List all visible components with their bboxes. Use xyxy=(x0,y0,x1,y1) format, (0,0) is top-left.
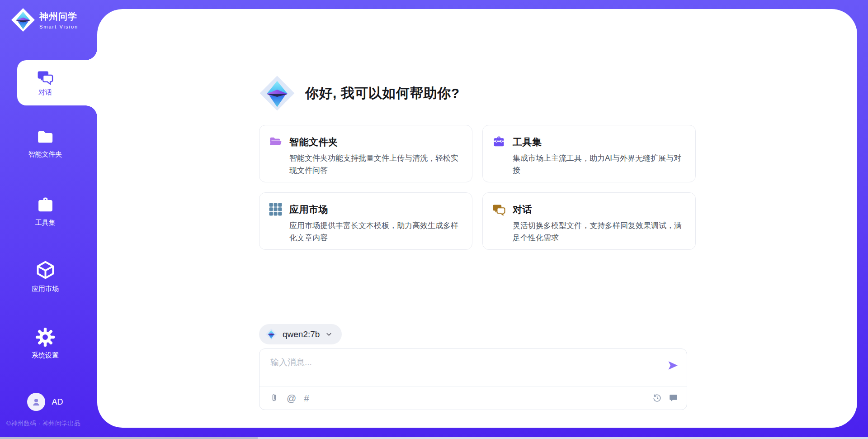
send-icon xyxy=(667,360,679,371)
card-description: 灵活切换多模型文件，支持多样回复效果调试，满足个性化需求 xyxy=(513,220,685,244)
model-name: qwen2:7b xyxy=(283,329,320,339)
card-title: 应用市场 xyxy=(289,203,328,216)
card-description: 集成市场上主流工具，助力AI与外界无缝扩展与对接 xyxy=(513,152,685,177)
sidebar-item-label: 对话 xyxy=(38,88,52,97)
grid-cubes-icon xyxy=(269,203,282,216)
card-title: 智能文件夹 xyxy=(289,136,338,148)
attach-file-button[interactable] xyxy=(269,393,279,403)
gem-logo-small xyxy=(265,328,277,340)
copyright-footer: ©神州数码 · 神州问学出品 xyxy=(6,420,80,428)
user-profile[interactable]: AD xyxy=(0,393,90,411)
history-button[interactable] xyxy=(652,393,662,403)
sidebar-item-label: 智能文件夹 xyxy=(28,150,62,159)
sidebar-item-label: 系统设置 xyxy=(32,351,59,360)
sidebar-item-settings[interactable]: 系统设置 xyxy=(0,327,90,360)
card-chat[interactable]: 对话 灵活切换多模型文件，支持多样回复效果调试，满足个性化需求 xyxy=(482,192,696,250)
brand-subtitle: Smart Vision xyxy=(39,24,78,29)
card-app-market[interactable]: 应用市场 应用市场提供丰富长文本模板，助力高效生成多样化文章内容 xyxy=(259,192,472,250)
card-title: 工具集 xyxy=(513,136,542,148)
cube-icon xyxy=(35,259,56,281)
person-icon xyxy=(31,396,42,407)
briefcase-icon xyxy=(36,196,55,215)
message-input[interactable] xyxy=(270,357,667,382)
history-icon xyxy=(652,393,662,403)
feedback-bubble-icon xyxy=(669,393,678,403)
folder-icon xyxy=(35,128,55,146)
sidebar-item-label: 应用市场 xyxy=(32,285,59,293)
message-composer: @ # xyxy=(259,348,687,410)
gear-icon xyxy=(35,327,55,347)
card-toolkit[interactable]: 工具集 集成市场上主流工具，助力AI与外界无缝扩展与对接 xyxy=(482,125,696,182)
paperclip-icon xyxy=(269,393,279,403)
hashtag-icon: # xyxy=(304,393,309,403)
card-description: 智能文件夹功能支持批量文件上传与清洗，轻松实现文件问答 xyxy=(289,152,462,177)
briefcase-icon xyxy=(492,135,505,148)
hashtag-button[interactable]: # xyxy=(304,393,309,403)
horizontal-scrollbar[interactable] xyxy=(0,437,868,439)
main-panel: 你好, 我可以如何帮助你? 智能文件夹 智能文件夹功能支持批量文件上传与清洗，轻… xyxy=(97,9,857,428)
brand-gem-logo xyxy=(11,7,35,33)
feedback-button[interactable] xyxy=(669,393,678,403)
mention-icon: @ xyxy=(287,393,296,403)
chat-bubbles-icon xyxy=(492,203,505,216)
card-smart-folder[interactable]: 智能文件夹 智能文件夹功能支持批量文件上传与清洗，轻松实现文件问答 xyxy=(259,125,472,182)
folder-open-icon xyxy=(269,135,282,148)
sidebar-item-app-market[interactable]: 应用市场 xyxy=(0,259,90,293)
send-button[interactable] xyxy=(667,360,679,372)
greeting-title: 你好, 我可以如何帮助你? xyxy=(305,84,460,103)
brand-name: 神州问学 xyxy=(39,10,78,23)
model-selector[interactable]: qwen2:7b xyxy=(259,324,342,344)
card-title: 对话 xyxy=(513,203,532,216)
mention-button[interactable]: @ xyxy=(287,393,296,403)
sidebar-item-chat[interactable]: 对话 xyxy=(17,60,97,105)
chat-bubbles-icon xyxy=(37,69,54,85)
greeting: 你好, 我可以如何帮助你? xyxy=(259,73,687,113)
sidebar-item-smart-folder[interactable]: 智能文件夹 xyxy=(0,128,90,159)
scrollbar-thumb[interactable] xyxy=(0,437,258,439)
feature-cards: 智能文件夹 智能文件夹功能支持批量文件上传与清洗，轻松实现文件问答 工具集 集成… xyxy=(259,125,687,250)
brand: 神州问学 Smart Vision xyxy=(11,7,78,33)
sidebar-item-label: 工具集 xyxy=(35,219,56,227)
chevron-down-icon xyxy=(325,330,333,338)
gem-logo-large xyxy=(259,73,295,113)
user-name: AD xyxy=(52,397,63,407)
avatar xyxy=(27,393,45,411)
sidebar: 神州问学 Smart Vision 对话 智能文件夹 工具集 应用市场 系统设置 xyxy=(0,0,97,439)
sidebar-item-toolkit[interactable]: 工具集 xyxy=(0,196,90,227)
card-description: 应用市场提供丰富长文本模板，助力高效生成多样化文章内容 xyxy=(289,220,462,244)
